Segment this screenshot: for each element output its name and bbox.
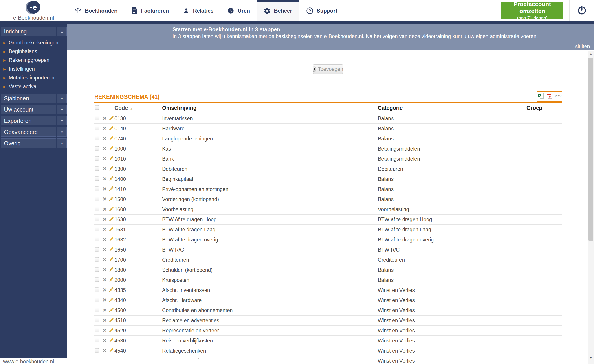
- edit-pencil-icon[interactable]: [109, 297, 114, 303]
- column-header-categorie[interactable]: Categorie: [378, 105, 403, 111]
- sidebar-item-beginbalans[interactable]: ▶Beginbalans: [0, 47, 67, 56]
- edit-pencil-icon[interactable]: [109, 187, 114, 192]
- scroll-up-arrow-icon[interactable]: ▲: [588, 51, 594, 57]
- sidebar-section-geavanceerd[interactable]: Geavanceerd: [1, 127, 56, 137]
- edit-pencil-icon[interactable]: [109, 126, 114, 132]
- delete-icon[interactable]: ×: [103, 145, 106, 152]
- delete-icon[interactable]: ×: [103, 317, 106, 324]
- row-checkbox[interactable]: [95, 318, 99, 322]
- edit-pencil-icon[interactable]: [109, 136, 114, 142]
- edit-pencil-icon[interactable]: [109, 217, 114, 223]
- chevron-down-icon[interactable]: ▼: [57, 94, 67, 103]
- tab-uren[interactable]: Uren: [220, 0, 257, 21]
- row-checkbox[interactable]: [95, 247, 99, 252]
- delete-icon[interactable]: ×: [103, 155, 106, 162]
- edit-pencil-icon[interactable]: [109, 156, 114, 162]
- delete-icon[interactable]: ×: [103, 186, 106, 192]
- logout-button[interactable]: [569, 0, 594, 21]
- sidebar-section-inrichting[interactable]: Inrichting: [1, 27, 56, 36]
- edit-pencil-icon[interactable]: [109, 146, 114, 152]
- edit-pencil-icon[interactable]: [109, 116, 114, 122]
- sidebar-section-overig[interactable]: Overig: [1, 138, 56, 148]
- row-checkbox[interactable]: [95, 177, 99, 181]
- column-header-omschrijving[interactable]: Omschrijving: [162, 105, 196, 111]
- delete-icon[interactable]: ×: [103, 175, 106, 182]
- delete-icon[interactable]: ×: [103, 196, 106, 202]
- delete-icon[interactable]: ×: [103, 135, 106, 142]
- row-checkbox[interactable]: [95, 146, 99, 151]
- sidebar-item-rekeninggroepen[interactable]: ▶Rekeninggroepen: [0, 56, 67, 65]
- delete-icon[interactable]: ×: [103, 287, 106, 293]
- edit-pencil-icon[interactable]: [109, 237, 114, 243]
- row-checkbox[interactable]: [95, 217, 99, 221]
- edit-pencil-icon[interactable]: [109, 267, 114, 273]
- edit-pencil-icon[interactable]: [109, 328, 114, 334]
- row-checkbox[interactable]: [95, 227, 99, 231]
- row-checkbox[interactable]: [95, 268, 99, 272]
- edit-pencil-icon[interactable]: [109, 318, 114, 324]
- delete-icon[interactable]: ×: [103, 297, 106, 303]
- edit-pencil-icon[interactable]: [109, 227, 114, 233]
- tab-support[interactable]: ?Support: [299, 0, 344, 21]
- row-checkbox[interactable]: [95, 278, 99, 282]
- chevron-down-icon[interactable]: ▼: [57, 105, 67, 114]
- edit-pencil-icon[interactable]: [109, 247, 114, 253]
- delete-icon[interactable]: ×: [103, 276, 106, 283]
- delete-icon[interactable]: ×: [103, 246, 106, 253]
- delete-icon[interactable]: ×: [103, 327, 106, 334]
- chevron-down-icon[interactable]: ▼: [57, 127, 67, 137]
- delete-icon[interactable]: ×: [103, 226, 106, 233]
- column-header-code[interactable]: Code▲: [115, 105, 133, 111]
- row-checkbox[interactable]: [95, 156, 99, 161]
- delete-icon[interactable]: ×: [103, 236, 106, 243]
- row-checkbox[interactable]: [95, 187, 99, 191]
- delete-icon[interactable]: ×: [103, 256, 106, 263]
- tab-factureren[interactable]: Factureren: [124, 0, 176, 21]
- row-checkbox[interactable]: [95, 257, 99, 262]
- sidebar-item-vaste-activa[interactable]: ▶Vaste activa: [0, 82, 67, 91]
- row-checkbox[interactable]: [95, 348, 99, 353]
- sidebar-item-grootboekrekeningen[interactable]: ▶Grootboekrekeningen: [0, 38, 67, 47]
- scroll-down-arrow-icon[interactable]: ▼: [588, 355, 594, 361]
- delete-icon[interactable]: ×: [103, 115, 106, 122]
- row-checkbox[interactable]: [95, 116, 99, 120]
- chevron-up-icon[interactable]: ▲: [57, 27, 67, 36]
- row-checkbox[interactable]: [95, 288, 99, 292]
- sidebar-item-instellingen[interactable]: ▶Instellingen: [0, 65, 67, 73]
- add-account-button[interactable]: + Toevoegen: [313, 64, 343, 74]
- edit-pencil-icon[interactable]: [109, 338, 114, 344]
- excel-export-icon[interactable]: X: [537, 92, 545, 100]
- delete-icon[interactable]: ×: [103, 307, 106, 314]
- delete-icon[interactable]: ×: [103, 347, 106, 354]
- edit-pencil-icon[interactable]: [109, 197, 114, 202]
- sidebar-section-uw-account[interactable]: Uw account: [1, 105, 56, 114]
- row-checkbox[interactable]: [95, 237, 99, 242]
- edit-pencil-icon[interactable]: [109, 288, 114, 293]
- edit-pencil-icon[interactable]: [109, 207, 114, 213]
- sidebar-section-exporteren[interactable]: Exporteren: [1, 116, 56, 125]
- row-checkbox[interactable]: [95, 298, 99, 302]
- sidebar-section-sjablonen[interactable]: Sjablonen: [1, 94, 56, 103]
- banner-close-link[interactable]: sluiten: [575, 44, 590, 50]
- delete-icon[interactable]: ×: [103, 337, 106, 344]
- brand-logo[interactable]: e e-Boekhouden.nl: [0, 0, 67, 21]
- tab-beheer[interactable]: Beheer: [257, 0, 299, 21]
- edit-pencil-icon[interactable]: [109, 176, 114, 182]
- row-checkbox[interactable]: [95, 328, 99, 332]
- tab-relaties[interactable]: Relaties: [176, 0, 220, 21]
- row-checkbox[interactable]: [95, 308, 99, 312]
- row-checkbox[interactable]: [95, 338, 99, 343]
- edit-pencil-icon[interactable]: [109, 277, 114, 283]
- select-all-checkbox[interactable]: [95, 106, 99, 110]
- row-checkbox[interactable]: [95, 136, 99, 141]
- videotraining-link[interactable]: videotraining: [422, 34, 451, 39]
- chevron-down-icon[interactable]: ▼: [57, 138, 67, 148]
- edit-pencil-icon[interactable]: [109, 348, 114, 354]
- delete-icon[interactable]: ×: [103, 216, 106, 223]
- scrollbar-thumb[interactable]: [588, 58, 593, 241]
- delete-icon[interactable]: ×: [103, 266, 106, 273]
- row-checkbox[interactable]: [95, 126, 99, 130]
- delete-icon[interactable]: ×: [103, 125, 106, 132]
- delete-icon[interactable]: ×: [103, 206, 106, 213]
- row-checkbox[interactable]: [95, 197, 99, 201]
